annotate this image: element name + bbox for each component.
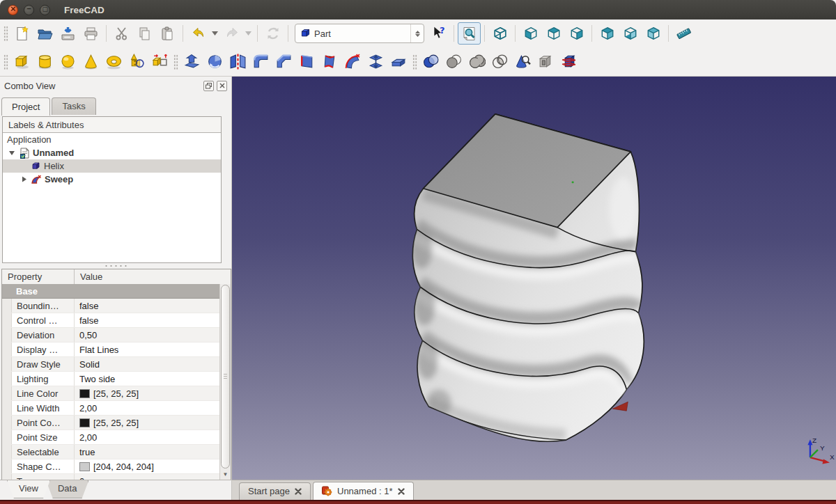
part-sweep-button[interactable] <box>341 51 364 73</box>
part-sphere-button[interactable] <box>56 51 79 73</box>
fit-all-button[interactable] <box>458 22 481 45</box>
part-loft-button[interactable] <box>364 51 387 73</box>
3d-viewport[interactable]: Z Y X <box>232 77 836 480</box>
view-top-button[interactable] <box>542 22 565 45</box>
panel-float-button[interactable] <box>203 81 214 91</box>
part-cone-button[interactable] <box>79 51 102 73</box>
property-row[interactable]: Deviation0,50 <box>2 328 220 342</box>
property-row[interactable]: Control …false <box>2 313 220 328</box>
redo-dropdown-button[interactable] <box>243 22 254 45</box>
part-convert-solid-button[interactable] <box>534 51 557 73</box>
scrollbar-thumb[interactable] <box>221 285 230 468</box>
scrollbar-down-button[interactable]: ▼ <box>221 470 230 479</box>
part-check-geometry-button[interactable] <box>511 51 534 73</box>
part-offset-button[interactable] <box>387 51 410 73</box>
part-union-button[interactable] <box>465 51 488 73</box>
view-left-button[interactable] <box>642 22 665 45</box>
column-property: Property <box>2 269 75 284</box>
print-button[interactable] <box>79 22 102 45</box>
property-row[interactable]: Draw StyleSolid <box>2 357 220 372</box>
part-cut-button[interactable] <box>442 51 465 73</box>
titlebar: FreeCAD <box>0 0 836 19</box>
cut-button[interactable] <box>110 22 133 45</box>
toolbar-grip[interactable] <box>173 54 178 70</box>
view-axonometric-icon <box>493 26 508 41</box>
open-file-button[interactable] <box>33 22 56 45</box>
tab-tasks[interactable]: Tasks <box>52 97 95 115</box>
measure-ruler-icon <box>676 26 692 42</box>
close-tab-icon[interactable] <box>295 488 302 495</box>
tab-project[interactable]: Project <box>1 97 50 116</box>
property-row[interactable]: Shape C…[204, 204, 204] <box>2 459 220 474</box>
panel-splitter[interactable] <box>0 263 231 269</box>
view-right-button[interactable] <box>565 22 588 45</box>
tab-view[interactable]: View <box>7 480 50 498</box>
refresh-button[interactable] <box>261 22 284 45</box>
workbench-selector[interactable]: Part <box>295 24 424 43</box>
undo-button[interactable] <box>187 22 210 45</box>
part-shape-builder-button[interactable] <box>148 51 171 73</box>
property-group-base[interactable]: Base <box>2 284 220 299</box>
part-cross-sections-button[interactable] <box>557 51 580 73</box>
undo-dropdown-button[interactable] <box>210 22 220 45</box>
expander-open-icon[interactable] <box>8 150 15 156</box>
part-primitives-button[interactable] <box>125 51 148 73</box>
part-mirror-button[interactable] <box>226 51 249 73</box>
property-row[interactable]: Point Co…[25, 25, 25] <box>2 416 220 430</box>
property-row[interactable]: Line Color[25, 25, 25] <box>2 386 220 401</box>
close-tab-icon[interactable] <box>398 488 405 495</box>
union-icon <box>468 53 486 70</box>
spin-down-icon <box>415 34 420 37</box>
tree-item-application[interactable]: Application <box>3 133 221 146</box>
part-fillet-button[interactable] <box>249 51 272 73</box>
property-row[interactable]: LightingTwo side <box>2 372 220 386</box>
part-boolean-button[interactable] <box>419 51 442 73</box>
part-box-button[interactable] <box>10 51 33 73</box>
save-file-button[interactable] <box>56 22 79 45</box>
tab-data[interactable]: Data <box>46 480 88 498</box>
window-close-button[interactable] <box>8 5 18 15</box>
toolbar-grip[interactable] <box>3 54 8 70</box>
property-row[interactable]: Display …Flat Lines <box>2 342 220 357</box>
property-row[interactable]: Line Width2,00 <box>2 401 220 416</box>
measure-distance-button[interactable] <box>672 22 695 45</box>
part-extrude-button[interactable] <box>180 51 203 73</box>
property-scrollbar[interactable]: ▼ <box>219 284 231 480</box>
view-top-icon <box>546 26 562 41</box>
part-intersection-button[interactable] <box>488 51 511 73</box>
new-file-button[interactable] <box>10 22 33 45</box>
property-row[interactable]: Boundin…false <box>2 299 220 313</box>
window-maximize-button[interactable] <box>40 5 50 15</box>
splitter-handle <box>104 265 127 267</box>
tree-item-helix[interactable]: Helix <box>3 159 221 173</box>
workbench-spinner[interactable] <box>410 24 424 42</box>
part-torus-button[interactable] <box>102 51 125 73</box>
whats-this-button[interactable]: ? <box>427 22 450 45</box>
sweep-feature-icon <box>31 174 42 185</box>
view-rear-button[interactable] <box>596 22 619 45</box>
paste-button[interactable] <box>156 22 179 45</box>
tree-item-unnamed[interactable]: Unnamed <box>3 146 221 159</box>
view-axonometric-button[interactable] <box>488 22 511 45</box>
panel-close-button[interactable] <box>217 81 227 91</box>
view-front-button[interactable] <box>519 22 542 45</box>
redo-button[interactable] <box>220 22 243 45</box>
part-ruled-surface-button[interactable] <box>318 51 341 73</box>
toolbar-part-workbench <box>0 47 836 77</box>
window-minimize-button[interactable] <box>24 5 34 15</box>
copy-button[interactable] <box>133 22 156 45</box>
tab-unnamed-document[interactable]: Unnamed : 1* <box>313 482 414 500</box>
toolbar-grip[interactable] <box>3 26 8 41</box>
toolbar-grip[interactable] <box>412 54 417 70</box>
tree-item-sweep[interactable]: Sweep <box>3 173 221 186</box>
view-bottom-button[interactable] <box>619 22 642 45</box>
expander-closed-icon[interactable] <box>21 176 28 182</box>
toolbar-separator <box>668 25 669 42</box>
tab-start-page[interactable]: Start page <box>239 482 311 500</box>
part-revolve-button[interactable] <box>203 51 226 73</box>
part-cylinder-button[interactable] <box>33 51 56 73</box>
part-make-face-button[interactable] <box>295 51 318 73</box>
property-row[interactable]: Selectabletrue <box>2 445 220 459</box>
part-chamfer-button[interactable] <box>272 51 295 73</box>
property-row[interactable]: Point Size2,00 <box>2 430 220 445</box>
